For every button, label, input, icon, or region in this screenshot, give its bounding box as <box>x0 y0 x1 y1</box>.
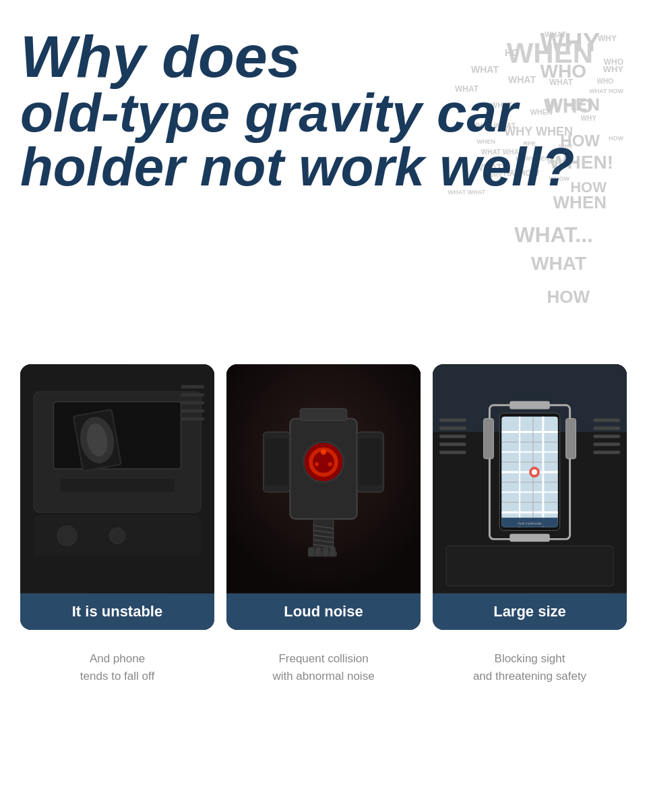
svg-rect-15 <box>181 409 204 413</box>
cards-section: Audi multimedia It is unstable <box>20 364 627 630</box>
svg-rect-29 <box>359 438 382 486</box>
svg-point-10 <box>57 526 78 546</box>
card-image-loud-noise <box>226 364 421 593</box>
svg-rect-46 <box>439 434 466 438</box>
card-image-unstable: Audi multimedia <box>20 364 214 593</box>
svg-rect-58 <box>510 533 550 542</box>
header-section: Why does old-type gravity car holder not… <box>20 27 627 344</box>
svg-rect-33 <box>308 547 313 556</box>
svg-rect-47 <box>439 442 466 446</box>
svg-rect-14 <box>181 401 204 405</box>
svg-rect-34 <box>315 547 321 556</box>
svg-rect-35 <box>323 547 328 556</box>
caption-loud-noise: Frequent collisionwith abnormal noise <box>226 643 421 691</box>
caption-loud-noise-text: Frequent collisionwith abnormal noise <box>272 652 374 683</box>
svg-rect-44 <box>439 419 466 422</box>
svg-rect-45 <box>439 427 466 430</box>
svg-rect-48 <box>439 451 466 454</box>
large-holder-svg: Audi multimedia <box>433 364 627 593</box>
svg-rect-49 <box>593 419 620 422</box>
card-image-large-size: Audi multimedia <box>433 364 627 593</box>
svg-point-11 <box>109 527 125 544</box>
car-interior-svg-unstable: Audi multimedia <box>20 364 214 593</box>
caption-unstable-text: And phonetends to fall off <box>80 652 154 683</box>
svg-rect-27 <box>266 438 288 486</box>
caption-unstable: And phonetends to fall off <box>20 643 214 691</box>
card-large-size: Audi multimedia Large size <box>433 364 627 630</box>
page-wrapper: Why does old-type gravity car holder not… <box>0 0 647 725</box>
svg-rect-13 <box>181 393 204 397</box>
svg-rect-8 <box>61 479 175 492</box>
main-title: Why does old-type gravity car holder not… <box>20 27 627 194</box>
svg-rect-30 <box>300 409 347 421</box>
svg-point-24 <box>328 462 332 466</box>
svg-text:Audi multimedia: Audi multimedia <box>518 522 541 525</box>
svg-rect-51 <box>593 434 620 438</box>
title-line1: Why does <box>20 27 627 86</box>
svg-point-75 <box>532 469 537 475</box>
svg-rect-53 <box>593 451 620 454</box>
card-label-unstable: It is unstable <box>20 593 214 630</box>
svg-point-25 <box>315 462 319 466</box>
title-line2: old-type gravity car <box>20 86 627 140</box>
word-cloud-word: HOW <box>547 287 590 308</box>
svg-rect-36 <box>330 547 336 556</box>
svg-point-23 <box>321 449 326 455</box>
svg-rect-57 <box>510 401 550 409</box>
svg-rect-50 <box>593 427 620 430</box>
title-line3: holder not work well? <box>20 140 627 194</box>
svg-rect-52 <box>593 442 620 446</box>
svg-rect-16 <box>181 417 204 421</box>
card-unstable: Audi multimedia It is unstable <box>20 364 214 630</box>
word-cloud-word: WHAT... <box>514 223 593 248</box>
card-loud-noise: Loud noise <box>226 364 421 630</box>
holder-mechanism-svg <box>226 364 421 593</box>
caption-large-size-text: Blocking sightand threatening safety <box>473 652 586 683</box>
svg-rect-55 <box>483 419 493 459</box>
caption-large-size: Blocking sightand threatening safety <box>433 643 627 691</box>
svg-rect-12 <box>181 385 204 388</box>
card-label-large-size: Large size <box>433 593 627 630</box>
card-label-loud-noise: Loud noise <box>226 593 421 630</box>
svg-rect-56 <box>566 419 576 459</box>
svg-rect-78 <box>446 546 613 586</box>
word-cloud-word: WHAT <box>531 253 586 274</box>
captions-section: And phonetends to fall off Frequent coll… <box>20 643 627 691</box>
